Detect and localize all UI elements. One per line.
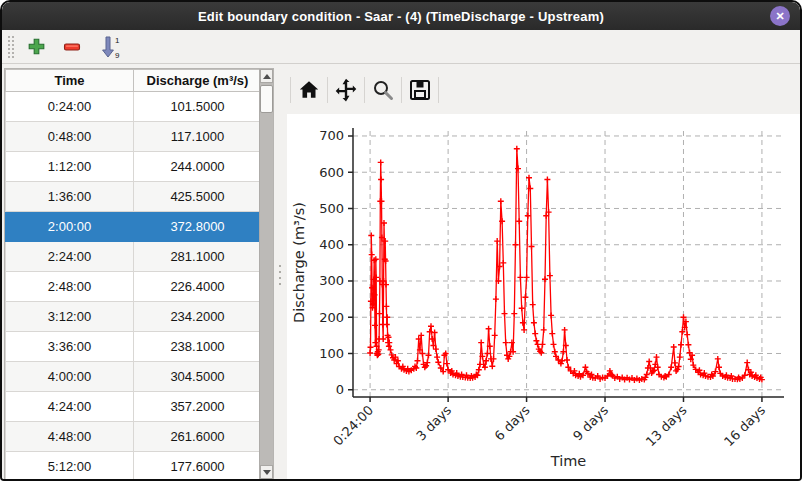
plus-icon [28,38,45,55]
minus-icon [63,38,81,56]
time-cell[interactable]: 2:24:00 [6,242,134,272]
table-row[interactable]: 0:24:00101.5000 [6,92,262,122]
zoom-icon [371,78,395,102]
svg-text:0: 0 [336,382,344,397]
time-cell[interactable]: 2:48:00 [6,272,134,302]
svg-text:6 days: 6 days [492,402,533,443]
discharge-cell[interactable]: 372.8000 [134,212,262,242]
time-cell[interactable]: 0:24:00 [6,92,134,122]
discharge-cell[interactable]: 234.2000 [134,302,262,332]
panel-splitter[interactable] [274,65,287,479]
svg-text:9 days: 9 days [570,402,611,443]
discharge-cell[interactable]: 177.6000 [134,452,262,481]
table-row[interactable]: 0:48:00117.1000 [6,122,262,152]
add-row-button[interactable] [22,34,50,60]
time-cell[interactable]: 5:12:00 [6,452,134,481]
discharge-cell[interactable]: 304.5000 [134,362,262,392]
timeseries-table: Time Discharge (m³/s) 0:24:00101.50000:4… [5,69,262,481]
dialog-content: Time Discharge (m³/s) 0:24:00101.50000:4… [2,65,800,479]
splitter-grip-icon [279,265,281,285]
discharge-cell[interactable]: 238.1000 [134,332,262,362]
svg-text:1: 1 [115,36,120,45]
time-cell[interactable]: 2:00:00 [6,212,134,242]
x-axis-label: Time [550,453,587,469]
table-row[interactable]: 4:48:00261.6000 [6,422,262,452]
triangle-up-icon [263,74,271,79]
time-cell[interactable]: 3:36:00 [6,332,134,362]
svg-text:500: 500 [319,201,344,216]
remove-row-button[interactable] [58,34,86,60]
titlebar[interactable]: Edit boundary condition - Saar - (4) (Ti… [2,2,800,30]
svg-text:16 days: 16 days [721,402,768,449]
table-row[interactable]: 2:48:00226.4000 [6,272,262,302]
svg-text:300: 300 [319,273,344,288]
time-cell[interactable]: 0:48:00 [6,122,134,152]
chart-toolbar [287,65,800,114]
discharge-chart: 01002003004005006007000:24:003 days6 day… [287,114,800,479]
svg-text:600: 600 [319,165,344,180]
discharge-cell[interactable]: 281.1000 [134,242,262,272]
svg-text:0:24:00: 0:24:00 [330,403,376,449]
svg-text:100: 100 [319,346,344,361]
discharge-cell[interactable]: 117.1000 [134,122,262,152]
chart-canvas: 01002003004005006007000:24:003 days6 day… [287,114,802,481]
table-row[interactable]: 5:12:00177.6000 [6,452,262,481]
table-scrollbar[interactable] [259,69,273,479]
chart-save-button[interactable] [405,75,435,105]
chart-pan-button[interactable] [331,75,361,105]
time-cell[interactable]: 4:24:00 [6,392,134,422]
triangle-down-icon [263,470,271,475]
window-title: Edit boundary condition - Saar - (4) (Ti… [198,9,604,24]
table-row[interactable]: 4:24:00357.2000 [6,392,262,422]
timeseries-table-panel: Time Discharge (m³/s) 0:24:00101.50000:4… [4,68,274,479]
chart-zoom-button[interactable] [368,75,398,105]
chart-home-button[interactable] [294,75,324,105]
sort-rows-button[interactable]: 1 9 [94,34,126,60]
table-row[interactable]: 3:36:00238.1000 [6,332,262,362]
scroll-down-button[interactable] [260,465,273,479]
edit-boundary-condition-dialog: Edit boundary condition - Saar - (4) (Ti… [0,0,802,481]
table-row[interactable]: 2:00:00372.8000 [6,212,262,242]
svg-text:200: 200 [319,310,344,325]
discharge-cell[interactable]: 425.5000 [134,182,262,212]
edit-toolbar: 1 9 [2,30,800,64]
table-row[interactable]: 1:36:00425.5000 [6,182,262,212]
table-row[interactable]: 3:12:00234.2000 [6,302,262,332]
discharge-cell[interactable]: 357.2000 [134,392,262,422]
home-icon [297,78,321,102]
close-button[interactable]: ✕ [770,6,790,26]
svg-text:700: 700 [319,128,344,143]
discharge-cell[interactable]: 244.0000 [134,152,262,182]
table-row[interactable]: 4:00:00304.5000 [6,362,262,392]
svg-text:400: 400 [319,237,344,252]
svg-text:13 days: 13 days [643,402,690,449]
column-header-discharge[interactable]: Discharge (m³/s) [134,70,262,92]
close-icon: ✕ [775,10,784,23]
time-cell[interactable]: 3:12:00 [6,302,134,332]
time-cell[interactable]: 4:48:00 [6,422,134,452]
svg-text:3 days: 3 days [413,402,454,443]
discharge-cell[interactable]: 261.6000 [134,422,262,452]
pan-icon [333,77,359,103]
save-icon [408,78,432,102]
y-axis-label: Discharge (m³/s) [291,202,307,323]
table-row[interactable]: 1:12:00244.0000 [6,152,262,182]
time-cell[interactable]: 4:00:00 [6,362,134,392]
svg-text:9: 9 [115,51,120,59]
scrollbar-thumb[interactable] [260,85,273,113]
discharge-cell[interactable]: 101.5000 [134,92,262,122]
discharge-cell[interactable]: 226.4000 [134,272,262,302]
time-cell[interactable]: 1:12:00 [6,152,134,182]
column-header-time[interactable]: Time [6,70,134,92]
sort-ascending-icon: 1 9 [99,35,121,59]
time-cell[interactable]: 1:36:00 [6,182,134,212]
scroll-up-button[interactable] [260,69,273,83]
toolbar-grip-handle[interactable] [8,36,14,58]
table-row[interactable]: 2:24:00281.1000 [6,242,262,272]
